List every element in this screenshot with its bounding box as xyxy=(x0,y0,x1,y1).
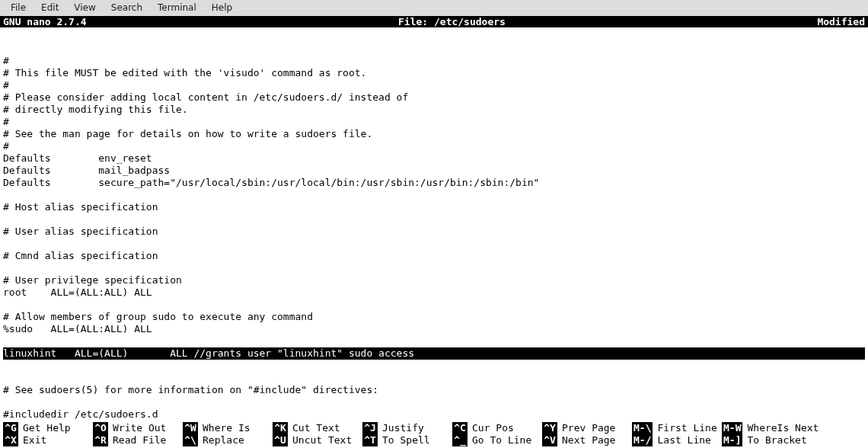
editor-line[interactable] xyxy=(3,238,865,250)
editor-line[interactable] xyxy=(3,213,865,226)
shortcut-key: ^R xyxy=(93,434,108,446)
editor-line[interactable]: Defaults secure_path="/usr/local/sbin:/u… xyxy=(3,177,865,189)
shortcut-label: Write Out xyxy=(108,422,166,434)
menu-help[interactable]: Help xyxy=(204,1,240,14)
shortcut-item: M-\First Line xyxy=(632,422,722,434)
shortcut-key: M-/ xyxy=(632,434,653,446)
editor-line[interactable] xyxy=(3,299,865,311)
shortcut-item: ^XExit xyxy=(3,434,93,446)
menu-file[interactable]: File xyxy=(3,1,34,14)
shortcut-item: ^RRead File xyxy=(93,434,183,446)
editor-viewport[interactable]: ## This file MUST be edited with the 'vi… xyxy=(0,27,868,422)
nano-version: GNU nano 2.7.4 xyxy=(3,16,93,27)
editor-line[interactable] xyxy=(3,335,865,347)
nano-status: Modified xyxy=(811,16,865,27)
shortcut-label: Get Help xyxy=(18,422,71,434)
shortcut-key: M-] xyxy=(722,434,742,446)
shortcut-item: ^WWhere Is xyxy=(183,422,273,434)
shortcut-key: ^C xyxy=(452,422,468,434)
shortcut-key: ^T xyxy=(362,434,378,446)
shortcut-item: ^VNext Page xyxy=(542,434,632,446)
shortcut-label: To Spell xyxy=(378,434,430,446)
shortcut-key: ^W xyxy=(183,422,198,434)
shortcut-label: First Line xyxy=(653,422,716,434)
editor-line[interactable]: # See the man page for details on how to… xyxy=(3,128,865,140)
editor-line[interactable]: # directly modifying this file. xyxy=(3,104,865,116)
menu-edit[interactable]: Edit xyxy=(34,1,66,14)
shortcut-key: ^\ xyxy=(183,434,198,446)
shortcut-key: ^X xyxy=(3,434,18,446)
shortcut-label: Justify xyxy=(378,422,424,434)
nano-titlebar: GNU nano 2.7.4 File: /etc/sudoers Modifi… xyxy=(0,16,868,27)
shortcut-key: ^Y xyxy=(542,422,557,434)
shortcut-label: Next Page xyxy=(557,434,615,446)
shortcut-item: ^TTo Spell xyxy=(362,434,452,446)
shortcut-item: ^GGet Help xyxy=(3,422,93,434)
nano-file-label: File: /etc/sudoers xyxy=(93,16,812,27)
editor-line[interactable]: # Cmnd alias specification xyxy=(3,250,865,262)
editor-line[interactable] xyxy=(3,43,865,55)
editor-line[interactable]: # xyxy=(3,79,865,91)
editor-line[interactable]: # xyxy=(3,116,865,128)
editor-line[interactable]: Defaults mail_badpass xyxy=(3,165,865,177)
editor-line[interactable]: # See sudoers(5) for more information on… xyxy=(3,384,865,396)
shortcut-label: Cut Text xyxy=(288,422,340,434)
shortcut-label: Uncut Text xyxy=(288,434,352,446)
shortcut-key: ^_ xyxy=(452,434,468,446)
shortcut-item: M-WWhereIs Next xyxy=(722,422,836,434)
shortcut-item: ^OWrite Out xyxy=(93,422,183,434)
shortcut-item: ^KCut Text xyxy=(273,422,362,434)
shortcut-key: ^O xyxy=(93,422,108,434)
shortcut-key: ^K xyxy=(273,422,288,434)
menu-terminal[interactable]: Terminal xyxy=(150,1,204,14)
shortcut-key: M-W xyxy=(722,422,742,434)
editor-line[interactable] xyxy=(3,396,865,408)
editor-line[interactable] xyxy=(3,360,865,372)
shortcut-label: To Bracket xyxy=(742,434,806,446)
shortcut-item: M-/Last Line xyxy=(632,434,722,446)
editor-line[interactable] xyxy=(3,189,865,201)
shortcut-item: ^_Go To Line xyxy=(452,434,542,446)
shortcut-label: Exit xyxy=(18,434,46,446)
shortcut-label: Cur Pos xyxy=(468,422,514,434)
shortcut-label: WhereIs Next xyxy=(742,422,819,434)
editor-line[interactable] xyxy=(3,30,865,43)
editor-line[interactable]: root ALL=(ALL:ALL) ALL xyxy=(3,286,865,299)
shortcut-key: ^V xyxy=(542,434,557,446)
shortcut-label: Read File xyxy=(108,434,166,446)
editor-line[interactable]: Defaults env_reset xyxy=(3,152,865,165)
editor-cursor-line[interactable]: linuxhint ALL=(ALL) ALL //grants user "l… xyxy=(3,347,865,360)
shortcut-item: ^\Replace xyxy=(183,434,273,446)
shortcut-key: ^U xyxy=(273,434,288,446)
shortcut-key: M-\ xyxy=(632,422,653,434)
editor-line[interactable] xyxy=(3,262,865,274)
editor-line[interactable]: %sudo ALL=(ALL:ALL) ALL xyxy=(3,323,865,335)
editor-line[interactable]: # Host alias specification xyxy=(3,201,865,213)
shortcut-item: ^JJustify xyxy=(362,422,452,434)
editor-line[interactable]: # Allow members of group sudo to execute… xyxy=(3,311,865,323)
shortcut-key: ^G xyxy=(3,422,18,434)
editor-line[interactable]: # Please consider adding local content i… xyxy=(3,91,865,104)
shortcut-item: ^CCur Pos xyxy=(452,422,542,434)
shortcut-label: Where Is xyxy=(198,422,251,434)
shortcut-item: ^YPrev Page xyxy=(542,422,632,434)
editor-line[interactable]: # xyxy=(3,55,865,67)
menu-search[interactable]: Search xyxy=(104,1,150,14)
shortcut-label: Prev Page xyxy=(557,422,615,434)
menu-view[interactable]: View xyxy=(66,1,103,14)
editor-line[interactable]: #includedir /etc/sudoers.d xyxy=(3,408,865,421)
editor-line[interactable]: # User privilege specification xyxy=(3,274,865,286)
editor-line[interactable] xyxy=(3,372,865,384)
editor-line[interactable]: # This file MUST be edited with the 'vis… xyxy=(3,67,865,79)
shortcut-item: ^UUncut Text xyxy=(273,434,362,446)
editor-line[interactable]: # User alias specification xyxy=(3,226,865,238)
shortcut-key: ^J xyxy=(362,422,378,434)
shortcut-label: Last Line xyxy=(653,434,710,446)
shortcut-item: M-]To Bracket xyxy=(722,434,836,446)
shortcut-label: Replace xyxy=(198,434,244,446)
editor-line[interactable]: # xyxy=(3,140,865,152)
shortcut-label: Go To Line xyxy=(468,434,531,446)
nano-shortcuts: ^GGet Help^OWrite Out^WWhere Is^KCut Tex… xyxy=(0,422,868,448)
app-menubar: File Edit View Search Terminal Help xyxy=(0,0,868,16)
